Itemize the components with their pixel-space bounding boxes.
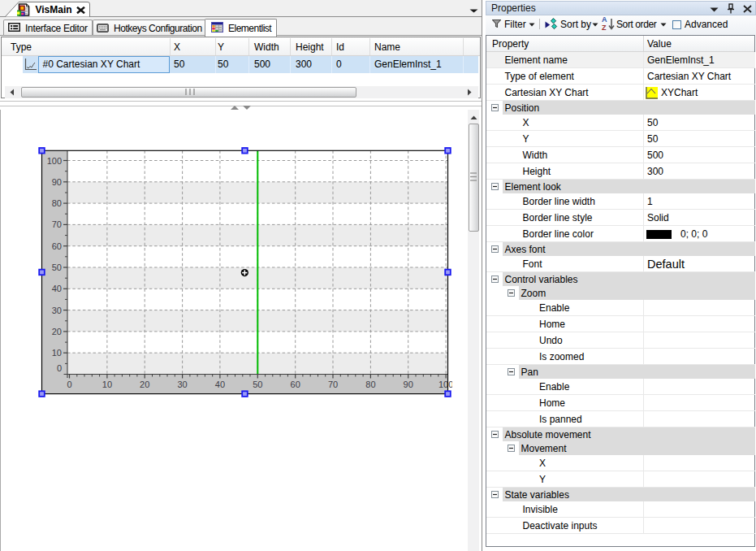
svg-text:0: 0 xyxy=(67,380,71,389)
svg-text:30: 30 xyxy=(52,306,62,315)
svg-text:20: 20 xyxy=(52,327,62,336)
svg-text:50: 50 xyxy=(52,262,62,272)
svg-text:80: 80 xyxy=(52,198,62,208)
svg-text:10: 10 xyxy=(102,380,112,389)
svg-text:100: 100 xyxy=(47,156,62,166)
svg-text:50: 50 xyxy=(253,380,262,389)
svg-text:80: 80 xyxy=(365,380,375,389)
svg-text:40: 40 xyxy=(215,380,225,389)
svg-text:30: 30 xyxy=(177,380,187,389)
svg-text:60: 60 xyxy=(291,380,300,389)
svg-text:70: 70 xyxy=(328,380,338,389)
svg-text:20: 20 xyxy=(140,380,149,389)
svg-text:60: 60 xyxy=(52,241,62,251)
svg-text:0: 0 xyxy=(57,363,62,373)
svg-text:90: 90 xyxy=(52,177,62,187)
svg-text:90: 90 xyxy=(404,380,413,389)
svg-text:70: 70 xyxy=(52,219,62,229)
svg-text:100: 100 xyxy=(438,380,452,389)
svg-text:10: 10 xyxy=(52,348,62,358)
svg-text:40: 40 xyxy=(52,284,62,293)
